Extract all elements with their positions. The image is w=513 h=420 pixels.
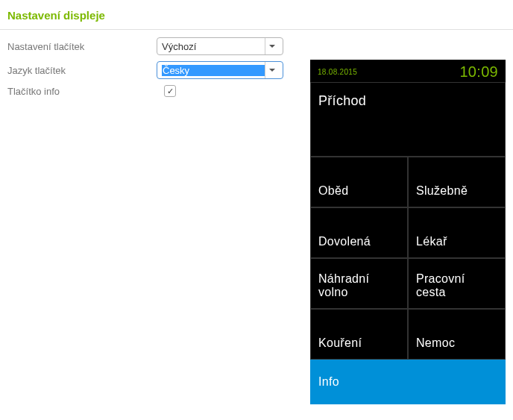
button-language-label: Jazyk tlačítek xyxy=(7,65,157,76)
info-button-label: Tlačítko info xyxy=(7,86,157,97)
tile-arrival[interactable]: Příchod xyxy=(310,82,506,157)
tile-doctor[interactable]: Lékař xyxy=(408,207,506,258)
chevron-down-icon xyxy=(265,62,278,78)
preview-time: 10:09 xyxy=(459,63,498,81)
settings-form: Nastavení tlačítek Výchozí Jazyk tlačíte… xyxy=(7,37,303,404)
info-button-checkbox[interactable]: ✓ xyxy=(164,85,176,97)
page-title: Nastavení displeje xyxy=(0,0,513,29)
tile-smoking[interactable]: Kouření xyxy=(310,309,408,360)
button-settings-select[interactable]: Výchozí xyxy=(157,37,283,55)
tile-business-trip[interactable]: Pracovní cesta xyxy=(408,258,506,309)
button-settings-label: Nastavení tlačítek xyxy=(7,41,157,52)
button-language-value: Česky xyxy=(162,65,265,76)
tile-vacation[interactable]: Dovolená xyxy=(310,207,408,258)
button-language-select[interactable]: Česky xyxy=(157,61,283,79)
tile-illness[interactable]: Nemoc xyxy=(408,309,506,360)
preview-date: 18.08.2015 xyxy=(318,68,357,76)
preview-header: 18.08.2015 10:09 xyxy=(310,60,506,82)
tile-lunch[interactable]: Oběd xyxy=(310,157,408,207)
tile-compensatory[interactable]: Náhradní volno xyxy=(310,258,408,309)
tile-business[interactable]: Služebně xyxy=(408,157,506,207)
button-settings-value: Výchozí xyxy=(162,41,265,52)
display-preview: 18.08.2015 10:09 Příchod Oběd Služebně D… xyxy=(310,60,506,404)
tile-info[interactable]: Info xyxy=(310,360,506,404)
check-icon: ✓ xyxy=(167,87,174,95)
chevron-down-icon xyxy=(265,38,278,54)
divider xyxy=(0,29,513,30)
